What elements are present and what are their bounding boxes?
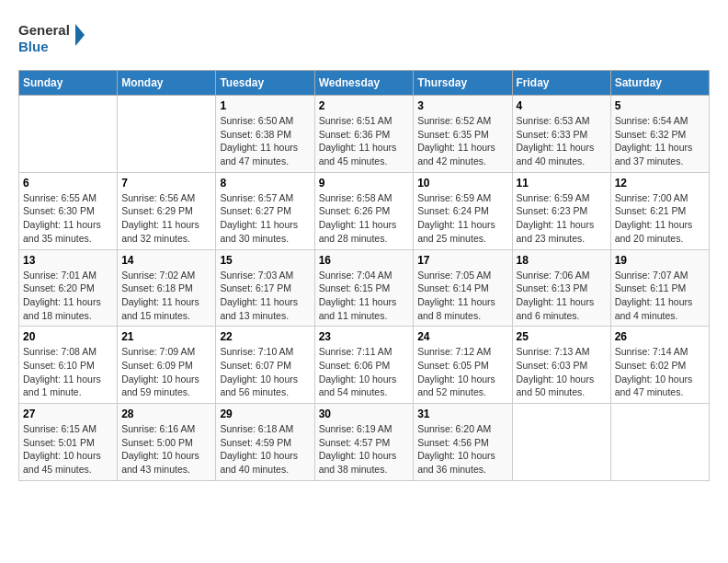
day-number: 18 [517,254,607,267]
calendar-cell: 20Sunrise: 7:08 AM Sunset: 6:10 PM Dayli… [19,327,118,404]
day-number: 17 [417,254,507,267]
day-number: 13 [23,254,113,267]
day-info: Sunrise: 6:16 AM Sunset: 5:00 PM Dayligh… [121,422,211,477]
header-day: Wednesday [314,71,414,96]
calendar-cell: 14Sunrise: 7:02 AM Sunset: 6:18 PM Dayli… [118,249,216,327]
day-info: Sunrise: 7:06 AM Sunset: 6:13 PM Dayligh… [517,269,607,323]
day-info: Sunrise: 7:00 AM Sunset: 6:21 PM Dayligh… [615,191,705,246]
day-number: 19 [615,254,705,267]
day-number: 22 [220,330,310,343]
calendar-week-row: 13Sunrise: 7:01 AM Sunset: 6:20 PM Dayli… [19,249,710,327]
calendar-week-row: 27Sunrise: 6:15 AM Sunset: 5:01 PM Dayli… [19,404,710,481]
day-info: Sunrise: 6:50 AM Sunset: 6:38 PM Dayligh… [220,114,310,168]
day-number: 15 [220,254,310,267]
calendar-week-row: 20Sunrise: 7:08 AM Sunset: 6:10 PM Dayli… [19,327,710,404]
day-info: Sunrise: 6:19 AM Sunset: 4:57 PM Dayligh… [319,422,410,477]
svg-text:Blue: Blue [18,39,49,54]
calendar-cell: 25Sunrise: 7:13 AM Sunset: 6:03 PM Dayli… [512,327,610,404]
calendar-cell: 4Sunrise: 6:53 AM Sunset: 6:33 PM Daylig… [512,96,610,173]
day-info: Sunrise: 6:52 AM Sunset: 6:35 PM Dayligh… [417,114,507,168]
day-info: Sunrise: 7:14 AM Sunset: 6:02 PM Dayligh… [615,345,705,399]
day-info: Sunrise: 6:20 AM Sunset: 4:56 PM Dayligh… [417,422,507,477]
day-number: 8 [220,177,310,190]
calendar-cell: 21Sunrise: 7:09 AM Sunset: 6:09 PM Dayli… [118,327,216,404]
day-info: Sunrise: 7:01 AM Sunset: 6:20 PM Dayligh… [23,269,113,323]
day-info: Sunrise: 6:53 AM Sunset: 6:33 PM Dayligh… [517,114,607,168]
day-number: 12 [615,177,705,190]
day-info: Sunrise: 6:54 AM Sunset: 6:32 PM Dayligh… [615,114,705,168]
calendar-cell: 2Sunrise: 6:51 AM Sunset: 6:36 PM Daylig… [314,96,414,173]
calendar-cell: 10Sunrise: 6:59 AM Sunset: 6:24 PM Dayli… [414,172,512,249]
calendar-cell: 19Sunrise: 7:07 AM Sunset: 6:11 PM Dayli… [610,249,709,327]
calendar-cell: 24Sunrise: 7:12 AM Sunset: 6:05 PM Dayli… [414,327,512,404]
header-day: Saturday [610,71,709,96]
header-day: Thursday [414,71,512,96]
day-info: Sunrise: 7:07 AM Sunset: 6:11 PM Dayligh… [615,269,705,323]
day-number: 24 [417,330,507,343]
calendar-cell: 1Sunrise: 6:50 AM Sunset: 6:38 PM Daylig… [216,96,314,173]
calendar-cell [610,404,709,481]
day-number: 1 [220,99,310,112]
day-info: Sunrise: 7:02 AM Sunset: 6:18 PM Dayligh… [121,269,211,323]
day-info: Sunrise: 6:59 AM Sunset: 6:24 PM Dayligh… [417,191,507,246]
day-info: Sunrise: 7:10 AM Sunset: 6:07 PM Dayligh… [220,345,310,399]
svg-marker-2 [75,24,85,46]
calendar-cell: 15Sunrise: 7:03 AM Sunset: 6:17 PM Dayli… [216,249,314,327]
calendar-cell [512,404,610,481]
header-row: SundayMondayTuesdayWednesdayThursdayFrid… [19,71,710,96]
day-number: 20 [23,330,113,343]
calendar-cell: 28Sunrise: 6:16 AM Sunset: 5:00 PM Dayli… [118,404,216,481]
day-number: 26 [615,330,705,343]
calendar-cell: 26Sunrise: 7:14 AM Sunset: 6:02 PM Dayli… [610,327,709,404]
calendar-cell: 29Sunrise: 6:18 AM Sunset: 4:59 PM Dayli… [216,404,314,481]
calendar-cell: 13Sunrise: 7:01 AM Sunset: 6:20 PM Dayli… [19,249,118,327]
day-info: Sunrise: 6:55 AM Sunset: 6:30 PM Dayligh… [23,191,113,246]
day-info: Sunrise: 6:18 AM Sunset: 4:59 PM Dayligh… [220,422,310,477]
calendar-cell: 6Sunrise: 6:55 AM Sunset: 6:30 PM Daylig… [19,172,118,249]
day-number: 25 [517,330,607,343]
header-day: Sunday [19,71,118,96]
svg-text:General: General [18,22,70,38]
page-header: GeneralBlue [18,18,710,55]
calendar-cell [118,96,216,173]
calendar-cell: 17Sunrise: 7:05 AM Sunset: 6:14 PM Dayli… [414,249,512,327]
day-number: 21 [121,330,211,343]
day-info: Sunrise: 7:03 AM Sunset: 6:17 PM Dayligh… [220,269,310,323]
day-number: 30 [319,408,410,420]
calendar-table: SundayMondayTuesdayWednesdayThursdayFrid… [18,70,710,481]
day-info: Sunrise: 6:15 AM Sunset: 5:01 PM Dayligh… [23,422,113,477]
calendar-cell: 5Sunrise: 6:54 AM Sunset: 6:32 PM Daylig… [610,96,709,173]
header-day: Tuesday [216,71,314,96]
header-day: Friday [512,71,610,96]
day-number: 7 [121,177,211,190]
day-info: Sunrise: 7:05 AM Sunset: 6:14 PM Dayligh… [417,269,507,323]
calendar-cell: 30Sunrise: 6:19 AM Sunset: 4:57 PM Dayli… [314,404,414,481]
day-number: 6 [23,177,113,190]
day-number: 31 [417,408,507,420]
day-number: 16 [319,254,410,267]
day-info: Sunrise: 6:57 AM Sunset: 6:27 PM Dayligh… [220,191,310,246]
calendar-cell: 27Sunrise: 6:15 AM Sunset: 5:01 PM Dayli… [19,404,118,481]
day-info: Sunrise: 6:56 AM Sunset: 6:29 PM Dayligh… [121,191,211,246]
day-info: Sunrise: 7:13 AM Sunset: 6:03 PM Dayligh… [517,345,607,399]
calendar-cell: 16Sunrise: 7:04 AM Sunset: 6:15 PM Dayli… [314,249,414,327]
calendar-cell: 12Sunrise: 7:00 AM Sunset: 6:21 PM Dayli… [610,172,709,249]
calendar-week-row: 1Sunrise: 6:50 AM Sunset: 6:38 PM Daylig… [19,96,710,173]
calendar-cell: 9Sunrise: 6:58 AM Sunset: 6:26 PM Daylig… [314,172,414,249]
day-info: Sunrise: 7:11 AM Sunset: 6:06 PM Dayligh… [319,345,410,399]
calendar-cell: 8Sunrise: 6:57 AM Sunset: 6:27 PM Daylig… [216,172,314,249]
day-number: 27 [23,408,113,420]
day-number: 23 [319,330,410,343]
day-number: 14 [121,254,211,267]
day-number: 4 [517,99,607,112]
day-info: Sunrise: 7:04 AM Sunset: 6:15 PM Dayligh… [319,269,410,323]
calendar-cell: 22Sunrise: 7:10 AM Sunset: 6:07 PM Dayli… [216,327,314,404]
day-info: Sunrise: 7:09 AM Sunset: 6:09 PM Dayligh… [121,345,211,399]
day-info: Sunrise: 7:08 AM Sunset: 6:10 PM Dayligh… [23,345,113,399]
day-number: 10 [417,177,507,190]
day-info: Sunrise: 6:58 AM Sunset: 6:26 PM Dayligh… [319,191,410,246]
day-number: 3 [417,99,507,112]
calendar-cell: 7Sunrise: 6:56 AM Sunset: 6:29 PM Daylig… [118,172,216,249]
day-number: 2 [319,99,410,112]
calendar-cell: 11Sunrise: 6:59 AM Sunset: 6:23 PM Dayli… [512,172,610,249]
